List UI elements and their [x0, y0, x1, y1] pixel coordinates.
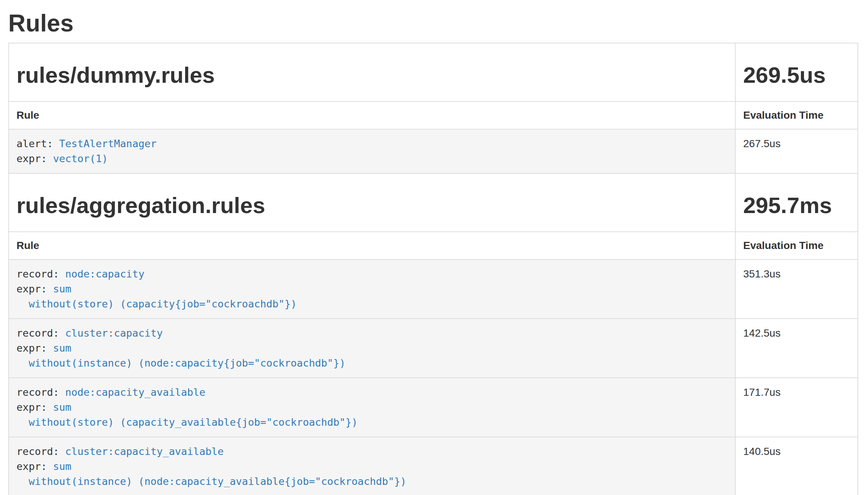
group-header-row: rules/dummy.rules 269.5us [9, 43, 858, 101]
rule-keyword: alert: [16, 138, 53, 149]
rule-keyword: expr: [16, 342, 47, 354]
rule-definition: record: cluster:capacity_available expr:… [9, 437, 735, 495]
rule-code: record: cluster:capacity expr: sum witho… [16, 327, 346, 369]
page-title: Rules [8, 10, 858, 37]
evaluation-time-column-header: Evaluation Time [735, 101, 858, 129]
group-file-title: rules/aggregation.rules [16, 193, 727, 218]
rule-keyword: expr: [16, 401, 47, 413]
rule-definition: alert: TestAlertManager expr: vector(1) [9, 129, 735, 173]
rule-evaluation-time: 171.7us [735, 378, 858, 437]
evaluation-time-column-header: Evaluation Time [735, 232, 858, 259]
group-file-title: rules/dummy.rules [16, 63, 727, 88]
rule-row: record: node:capacity_available expr: su… [9, 378, 858, 437]
rule-code: record: node:capacity expr: sum without(… [16, 268, 297, 310]
group-evaluation-time: 295.7ms [743, 193, 850, 218]
rule-link[interactable]: cluster:capacity_available [65, 446, 224, 457]
group-evaluation-time: 269.5us [743, 63, 850, 88]
rule-link[interactable]: node:capacity_available [65, 386, 205, 398]
rule-link[interactable]: sum without(store) (capacity_available{j… [16, 401, 358, 428]
rule-row: record: cluster:capacity_available expr:… [9, 437, 858, 495]
rule-link[interactable]: sum without(instance) (node:capacity{job… [16, 342, 346, 369]
rule-code: record: cluster:capacity_available expr:… [16, 446, 406, 487]
rule-keyword: expr: [16, 153, 47, 164]
rule-keyword: expr: [16, 461, 47, 472]
rule-code: record: node:capacity_available expr: su… [16, 386, 358, 428]
rule-column-header: Rule [9, 232, 735, 259]
rules-page: Rules rules/dummy.rules 269.5us Rule Eva… [0, 10, 868, 495]
rule-keyword: record: [16, 268, 59, 280]
rule-link[interactable]: sum without(store) (capacity{job="cockro… [16, 283, 297, 310]
rule-definition: record: node:capacity expr: sum without(… [9, 259, 735, 319]
rule-row: alert: TestAlertManager expr: vector(1) … [9, 129, 858, 173]
rule-link[interactable]: sum without(instance) (node:capacity_ava… [16, 461, 406, 487]
rule-evaluation-time: 140.5us [735, 437, 858, 495]
rule-link[interactable]: TestAlertManager [59, 138, 157, 149]
rule-keyword: record: [16, 386, 59, 398]
group-header-row: rules/aggregation.rules 295.7ms [9, 173, 858, 232]
rule-evaluation-time: 351.3us [735, 259, 858, 319]
rule-column-header: Rule [9, 101, 735, 129]
rule-definition: record: cluster:capacity expr: sum witho… [9, 319, 735, 378]
rule-link[interactable]: vector(1) [53, 153, 108, 164]
rule-link[interactable]: node:capacity [65, 268, 144, 280]
rule-keyword: expr: [16, 283, 47, 295]
rule-keyword: record: [16, 327, 59, 339]
column-header-row: Rule Evaluation Time [9, 232, 858, 259]
column-header-row: Rule Evaluation Time [9, 101, 858, 129]
rule-evaluation-time: 142.5us [735, 319, 858, 378]
rule-row: record: node:capacity expr: sum without(… [9, 259, 858, 319]
rule-definition: record: node:capacity_available expr: su… [9, 378, 735, 437]
rule-row: record: cluster:capacity expr: sum witho… [9, 319, 858, 378]
rule-keyword: record: [16, 446, 59, 457]
rule-evaluation-time: 267.5us [735, 129, 858, 173]
rules-table: rules/dummy.rules 269.5us Rule Evaluatio… [8, 43, 858, 495]
rule-code: alert: TestAlertManager expr: vector(1) [16, 138, 157, 164]
rule-link[interactable]: cluster:capacity [65, 327, 163, 339]
